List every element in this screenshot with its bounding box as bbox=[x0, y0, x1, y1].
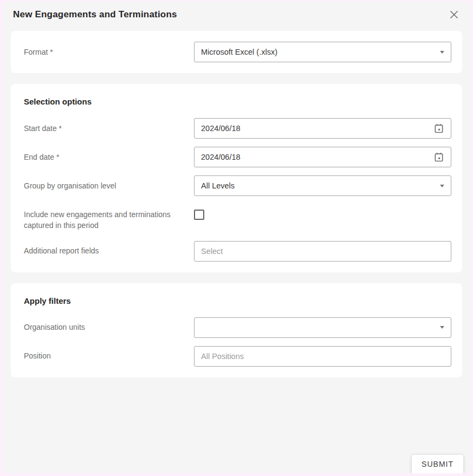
organisation-units-row: Organisation units bbox=[22, 317, 451, 338]
format-card: Format * Microsoft Excel (.xlsx) bbox=[11, 31, 462, 73]
additional-fields-input[interactable]: Select bbox=[194, 241, 451, 262]
position-placeholder: All Positions bbox=[201, 352, 444, 361]
include-period-checkbox[interactable] bbox=[194, 210, 204, 220]
group-by-select[interactable]: All Levels bbox=[194, 175, 451, 196]
additional-fields-row: Additional report fields Select bbox=[22, 241, 451, 262]
format-select[interactable]: Microsoft Excel (.xlsx) bbox=[194, 42, 451, 62]
dialog-header: New Engagements and Terminations bbox=[2, 1, 471, 28]
position-row: Position All Positions bbox=[22, 346, 451, 367]
start-date-value: 2024/06/18 bbox=[201, 124, 429, 133]
selection-options-heading: Selection options bbox=[24, 97, 451, 106]
calendar-icon[interactable] bbox=[433, 123, 444, 134]
close-icon bbox=[449, 9, 459, 20]
chevron-down-icon bbox=[440, 51, 444, 54]
end-date-input[interactable]: 2024/06/18 bbox=[194, 147, 451, 167]
page-title: New Engagements and Terminations bbox=[13, 9, 177, 20]
organisation-units-label: Organisation units bbox=[22, 322, 194, 332]
chevron-down-icon bbox=[440, 185, 444, 187]
apply-filters-card: Apply filters Organisation units Positio… bbox=[11, 283, 462, 377]
export-report-dialog: New Engagements and Terminations Format … bbox=[2, 1, 471, 473]
include-period-row: Include new engagements and terminations… bbox=[22, 209, 451, 231]
organisation-units-select[interactable] bbox=[194, 317, 451, 338]
chevron-down-icon bbox=[440, 326, 444, 329]
end-date-row: End date * 2024/06/18 bbox=[22, 147, 451, 167]
start-date-input[interactable]: 2024/06/18 bbox=[194, 118, 451, 139]
end-date-label: End date * bbox=[22, 152, 194, 162]
group-by-value: All Levels bbox=[201, 181, 436, 190]
format-row: Format * Microsoft Excel (.xlsx) bbox=[22, 42, 451, 62]
selection-options-card: Selection options Start date * 2024/06/1… bbox=[11, 84, 462, 272]
position-input[interactable]: All Positions bbox=[194, 346, 451, 367]
calendar-icon[interactable] bbox=[433, 152, 444, 162]
submit-button[interactable]: SUBMIT bbox=[412, 455, 463, 473]
additional-fields-label: Additional report fields bbox=[22, 245, 194, 256]
additional-fields-placeholder: Select bbox=[201, 247, 444, 256]
apply-filters-heading: Apply filters bbox=[24, 296, 451, 305]
group-by-label: Group by organisation level bbox=[22, 180, 194, 191]
include-period-label: Include new engagements and terminations… bbox=[22, 209, 194, 231]
group-by-row: Group by organisation level All Levels bbox=[22, 175, 451, 196]
position-label: Position bbox=[22, 350, 194, 361]
close-button[interactable] bbox=[446, 6, 462, 23]
start-date-row: Start date * 2024/06/18 bbox=[22, 118, 451, 139]
end-date-value: 2024/06/18 bbox=[201, 153, 429, 161]
start-date-label: Start date * bbox=[22, 123, 194, 134]
format-select-value: Microsoft Excel (.xlsx) bbox=[201, 48, 436, 56]
format-label: Format * bbox=[22, 47, 194, 57]
